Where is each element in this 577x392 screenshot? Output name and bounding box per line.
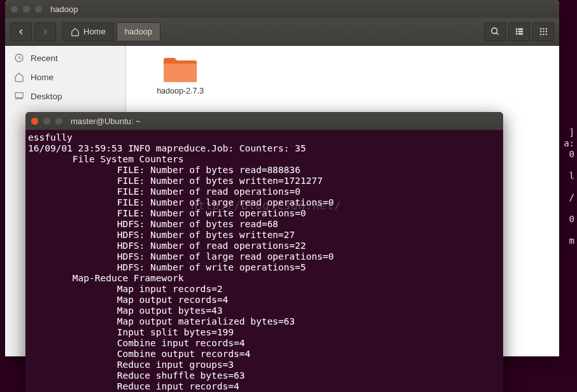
- maximize-icon[interactable]: [55, 117, 63, 125]
- window-title: hadoop: [50, 4, 78, 14]
- grid-view-button[interactable]: [532, 22, 554, 41]
- forward-button[interactable]: [34, 22, 56, 41]
- svg-point-13: [545, 31, 547, 32]
- term-titlebar[interactable]: master@Ubuntu: ~: [25, 112, 503, 130]
- bg-fragment: 0: [569, 214, 574, 224]
- svg-point-12: [543, 31, 545, 32]
- home-icon: [71, 27, 80, 36]
- svg-point-0: [491, 28, 497, 34]
- sidebar-item-recent[interactable]: Recent: [5, 48, 125, 67]
- bg-fragment: m: [569, 235, 574, 246]
- sidebar-item-label: Desktop: [31, 92, 62, 101]
- fm-toolbar: Home hadoop: [5, 18, 559, 46]
- search-button[interactable]: [484, 22, 506, 41]
- sidebar-item-desktop[interactable]: Desktop: [5, 87, 125, 106]
- list-view-button[interactable]: [508, 22, 530, 41]
- breadcrumb-current[interactable]: hadoop: [117, 22, 160, 41]
- sidebar-item-label: Recent: [31, 53, 58, 63]
- clock-icon: [14, 53, 24, 63]
- bg-fragment: /: [569, 192, 574, 202]
- svg-point-11: [539, 31, 541, 32]
- svg-line-1: [496, 32, 498, 34]
- minimize-icon[interactable]: [43, 117, 51, 125]
- home-icon: [14, 72, 24, 82]
- svg-point-14: [539, 34, 541, 36]
- breadcrumb-home-label: Home: [83, 27, 106, 36]
- breadcrumb-home[interactable]: Home: [62, 22, 114, 41]
- sidebar-item-label: Home: [31, 73, 53, 82]
- folder-item[interactable]: hadoop-2.7.3: [145, 56, 215, 95]
- close-icon[interactable]: [31, 117, 39, 125]
- svg-rect-18: [15, 93, 23, 98]
- list-icon: [515, 27, 524, 36]
- svg-point-16: [545, 34, 547, 36]
- fm-titlebar[interactable]: hadoop: [5, 0, 559, 18]
- svg-rect-4: [515, 31, 517, 32]
- bg-fragment: 0: [569, 149, 574, 159]
- folder-label: hadoop-2.7.3: [157, 87, 204, 95]
- close-icon[interactable]: [10, 5, 18, 13]
- terminal-title: master@Ubuntu: ~: [71, 116, 141, 126]
- svg-point-8: [539, 28, 541, 30]
- svg-rect-3: [518, 29, 523, 31]
- svg-point-9: [543, 28, 545, 30]
- sidebar-item-home[interactable]: Home: [5, 67, 125, 87]
- svg-point-15: [543, 34, 545, 36]
- bg-fragment: ]: [569, 127, 574, 137]
- bg-fragment: a:: [564, 138, 574, 148]
- svg-rect-7: [518, 33, 523, 35]
- svg-rect-6: [515, 33, 517, 35]
- terminal-window: master@Ubuntu: ~ essfully 16/09/01 23:59…: [25, 112, 503, 392]
- terminal-output[interactable]: essfully 16/09/01 23:59:53 INFO mapreduc…: [25, 130, 503, 392]
- svg-rect-2: [515, 29, 517, 31]
- search-icon: [490, 27, 500, 36]
- back-button[interactable]: [10, 22, 32, 41]
- svg-point-10: [545, 28, 547, 30]
- minimize-icon[interactable]: [22, 5, 31, 13]
- breadcrumb-current-label: hadoop: [125, 27, 152, 36]
- svg-rect-5: [518, 31, 523, 32]
- desktop-icon: [14, 91, 24, 101]
- bg-fragment: l: [569, 171, 574, 181]
- folder-icon: [162, 56, 198, 84]
- maximize-icon[interactable]: [34, 5, 43, 13]
- grid-icon: [539, 27, 548, 36]
